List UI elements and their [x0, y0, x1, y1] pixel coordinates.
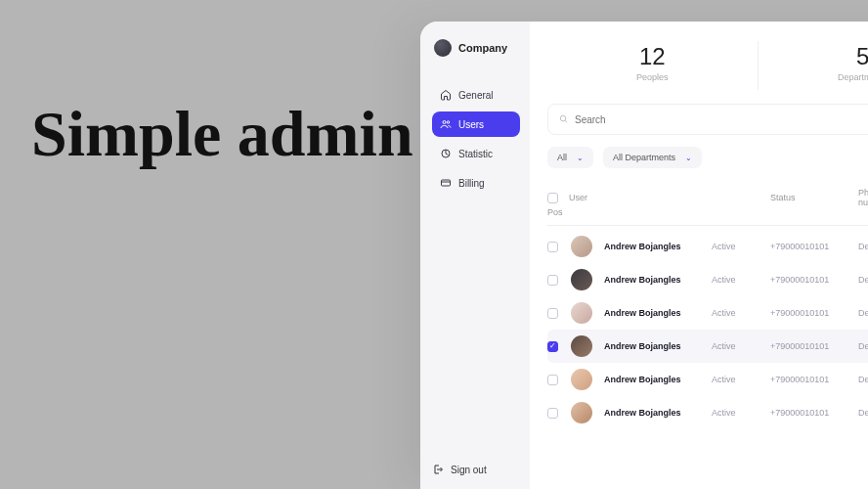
svg-point-1: [447, 121, 450, 124]
user-phone: +79000010101: [770, 242, 858, 251]
sidebar-item-label: General: [458, 90, 494, 101]
th-status: Status: [770, 193, 858, 202]
row-checkbox[interactable]: [547, 408, 558, 419]
search-input[interactable]: [575, 114, 868, 125]
chevron-down-icon: ⌄: [685, 154, 692, 162]
table-header: User Status Phone number Pos: [547, 182, 868, 226]
avatar: [571, 302, 592, 324]
svg-point-4: [560, 115, 566, 121]
row-checkbox[interactable]: [547, 275, 558, 286]
sidebar-item-label: Users: [458, 119, 484, 130]
brand-logo: [434, 39, 452, 57]
user-status: Active: [712, 375, 770, 384]
user-status: Active: [712, 275, 770, 285]
user-status: Active: [712, 341, 770, 351]
user-phone: +79000010101: [770, 341, 858, 351]
table-row[interactable]: Andrew BojanglesActive+79000010101Desi: [547, 396, 868, 429]
sidebar-item-statistic[interactable]: Statistic: [432, 141, 520, 166]
sidebar: Company General Users Statistic: [420, 22, 530, 489]
stats-row: 12 Peoples 5 Departments: [547, 41, 868, 90]
row-checkbox[interactable]: [547, 375, 558, 385]
user-position: Desi: [858, 308, 868, 318]
stat-value: 5: [768, 43, 869, 70]
filter-department[interactable]: All Departments ⌄: [603, 147, 702, 168]
user-position: Desi: [858, 408, 868, 418]
user-name: Andrew Bojangles: [604, 341, 712, 351]
search-icon: [558, 111, 569, 128]
table-body: Andrew BojanglesActive+79000010101DesiAn…: [547, 230, 868, 429]
user-position: Desi: [858, 375, 868, 384]
stat-label: Peoples: [557, 72, 748, 82]
user-name: Andrew Bojangles: [604, 275, 712, 285]
avatar: [571, 369, 592, 390]
user-position: Desi: [858, 341, 868, 351]
filter-status[interactable]: All ⌄: [547, 147, 593, 168]
home-icon: [440, 89, 452, 101]
row-checkbox[interactable]: ✓: [547, 341, 558, 352]
avatar: [571, 269, 592, 290]
statistic-icon: [440, 148, 452, 159]
avatar: [571, 335, 592, 357]
filters-row: All ⌄ All Departments ⌄: [547, 147, 868, 168]
stat-value: 12: [557, 43, 748, 70]
avatar: [571, 402, 592, 423]
svg-point-0: [443, 121, 446, 124]
user-phone: +79000010101: [770, 275, 858, 285]
signout-icon: [432, 464, 444, 475]
filter-label: All: [557, 153, 567, 162]
sign-out-button[interactable]: Sign out: [432, 464, 487, 475]
th-phone: Phone number: [858, 188, 868, 207]
brand-name: Company: [458, 42, 507, 54]
user-status: Active: [712, 242, 770, 251]
stat-departments: 5 Departments: [759, 41, 869, 90]
sidebar-item-users[interactable]: Users: [432, 111, 520, 137]
chevron-down-icon: ⌄: [577, 154, 584, 162]
user-phone: +79000010101: [770, 308, 858, 318]
sidebar-item-label: Billing: [458, 178, 485, 189]
avatar: [571, 236, 592, 257]
user-name: Andrew Bojangles: [604, 308, 712, 318]
user-position: Desi: [858, 275, 868, 285]
billing-icon: [440, 177, 452, 189]
app-window: Company General Users Statistic: [420, 22, 868, 489]
user-phone: +79000010101: [770, 408, 858, 418]
select-all-checkbox[interactable]: [547, 193, 558, 203]
th-user: User: [567, 193, 712, 202]
row-checkbox[interactable]: [547, 242, 558, 252]
sidebar-item-label: Statistic: [458, 149, 493, 159]
svg-rect-3: [442, 180, 451, 186]
user-name: Andrew Bojangles: [604, 242, 712, 251]
sidebar-nav: General Users Statistic Billing: [432, 82, 520, 196]
user-phone: +79000010101: [770, 375, 858, 384]
table-row[interactable]: Andrew BojanglesActive+79000010101Desi: [547, 263, 868, 296]
main-content: 12 Peoples 5 Departments All ⌄ All Depar…: [530, 22, 868, 489]
table-row[interactable]: Andrew BojanglesActive+79000010101Desi: [547, 230, 868, 263]
user-name: Andrew Bojangles: [604, 408, 712, 418]
table-row[interactable]: Andrew BojanglesActive+79000010101Desi: [547, 296, 868, 330]
table-row[interactable]: ✓Andrew BojanglesActive+79000010101Desi: [547, 330, 868, 363]
user-status: Active: [712, 308, 770, 318]
brand[interactable]: Company: [432, 39, 520, 57]
stat-peoples: 12 Peoples: [547, 41, 759, 90]
user-status: Active: [712, 408, 770, 418]
user-position: Desi: [858, 242, 868, 251]
filter-label: All Departments: [613, 153, 675, 162]
row-checkbox[interactable]: [547, 308, 558, 319]
sidebar-item-general[interactable]: General: [432, 82, 520, 108]
users-icon: [440, 118, 452, 130]
th-position: Pos: [547, 207, 567, 217]
stat-label: Departments: [768, 72, 869, 82]
sidebar-item-billing[interactable]: Billing: [432, 170, 520, 196]
user-name: Andrew Bojangles: [604, 375, 712, 384]
sign-out-label: Sign out: [451, 465, 487, 475]
table-row[interactable]: Andrew BojanglesActive+79000010101Desi: [547, 363, 868, 396]
search-box[interactable]: [547, 104, 868, 135]
